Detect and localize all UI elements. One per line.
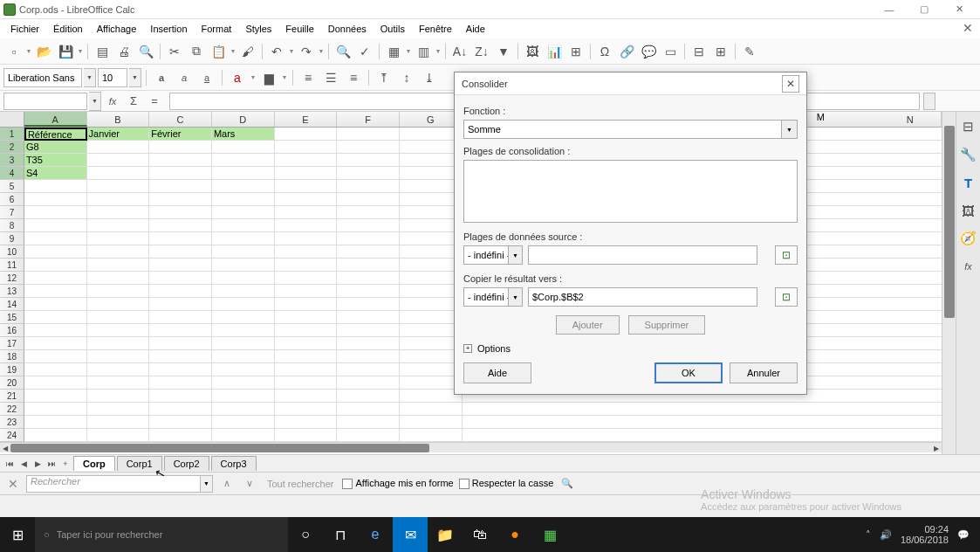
cell-F24[interactable] [337,429,400,442]
cell-E19[interactable] [275,363,338,376]
cell-C15[interactable] [149,311,212,324]
cell-C10[interactable] [149,245,212,259]
cell-C7[interactable] [149,206,212,219]
align-right-icon[interactable]: ≡ [343,67,364,88]
cell-E1[interactable] [275,128,338,141]
consolidation-ranges-list[interactable] [463,160,798,223]
sheet-tab-corp3[interactable]: Corp3 [211,456,257,471]
cell-B20[interactable] [87,376,150,390]
cell-G14[interactable] [400,298,463,311]
close-button[interactable]: ✕ [942,0,977,19]
chk-formatted[interactable]: Affichage mis en forme [342,478,453,489]
delete-button[interactable]: Supprimer [628,315,706,335]
row-header-13[interactable]: 13 [0,285,24,298]
row-header-15[interactable]: 15 [0,311,24,324]
cell-G5[interactable] [400,180,463,193]
cell-A18[interactable] [24,350,87,363]
menu-tools[interactable]: Outils [373,22,412,36]
cell-A5[interactable] [24,180,87,193]
formula-expand-button[interactable] [923,93,935,110]
cell-D3[interactable] [212,154,275,167]
row-header-20[interactable]: 20 [0,376,24,390]
cell-G18[interactable] [400,350,463,363]
cell-B13[interactable] [87,285,150,298]
row-header-16[interactable]: 16 [0,324,24,337]
cell-E5[interactable] [275,180,338,193]
taskbar-search[interactable]: ○ Taper ici pour rechercher [35,517,288,552]
cell-C18[interactable] [149,350,212,363]
cortana-icon[interactable]: ○ [288,517,323,552]
cell-E11[interactable] [275,259,338,272]
image-icon[interactable]: 🖼 [522,41,543,62]
row-header-17[interactable]: 17 [0,337,24,350]
cell-C24[interactable] [149,429,212,442]
row-header-21[interactable]: 21 [0,390,24,403]
cell-B9[interactable] [87,232,150,245]
cell-B6[interactable] [87,193,150,206]
cell-F1[interactable] [337,128,400,141]
cell-C21[interactable] [149,390,212,403]
spellcheck-icon[interactable]: ✓ [354,41,375,62]
cell-G7[interactable] [400,206,463,219]
cell-A24[interactable] [24,429,87,442]
cell-B21[interactable] [87,390,150,403]
align-left-icon[interactable]: ≡ [298,67,319,88]
cell-F14[interactable] [337,298,400,311]
cell-F2[interactable] [337,141,400,154]
cell-G3[interactable] [400,154,463,167]
cell-A6[interactable] [24,193,87,206]
row-header-9[interactable]: 9 [0,232,24,245]
new-icon[interactable]: ▫ [3,41,24,62]
shrink-dest-button[interactable]: ⊡ [775,287,798,307]
cell-A10[interactable] [24,245,87,259]
cell-B8[interactable] [87,219,150,232]
cell-D2[interactable] [212,141,275,154]
cut-icon[interactable]: ✂ [164,41,185,62]
cell-D6[interactable] [212,193,275,206]
cell-F5[interactable] [337,180,400,193]
col-header-M[interactable]: M [817,112,880,127]
cell-B7[interactable] [87,206,150,219]
valign-top-icon[interactable]: ⤒ [373,67,394,88]
tab-last-icon[interactable]: ⏭ [45,457,58,471]
cell-D20[interactable] [212,376,275,390]
cell-D19[interactable] [212,363,275,376]
cell-D16[interactable] [212,324,275,337]
font-color-icon[interactable]: a [227,67,248,88]
row-header-10[interactable]: 10 [0,245,24,259]
row-icon[interactable]: ▦ [383,41,404,62]
cell-D24[interactable] [212,429,275,442]
cell-G17[interactable] [400,337,463,350]
find-input[interactable]: Rechercher [26,475,201,493]
col-header-N[interactable]: N [879,112,942,127]
find-close-icon[interactable]: ✕ [5,476,21,492]
col-header-E[interactable]: E [275,112,338,127]
cell-B3[interactable] [87,154,150,167]
row-header-1[interactable]: 1 [0,128,24,141]
cell-G19[interactable] [400,363,463,376]
cell-E18[interactable] [275,350,338,363]
save-icon[interactable]: 💾 [55,41,76,62]
cell-E8[interactable] [275,219,338,232]
font-size-dropdown[interactable]: ▼ [129,68,141,87]
cell-G13[interactable] [400,285,463,298]
cell-F4[interactable] [337,167,400,180]
cell-D18[interactable] [212,350,275,363]
menu-window[interactable]: Fenêtre [412,22,459,36]
cell-F20[interactable] [337,376,400,390]
cell-G22[interactable] [400,403,463,416]
split-icon[interactable]: ⊞ [710,41,731,62]
menu-data[interactable]: Données [321,22,373,36]
cell-B14[interactable] [87,298,150,311]
cell-F15[interactable] [337,311,400,324]
cell-B23[interactable] [87,416,150,429]
properties-icon[interactable]: ⊟ [959,117,978,136]
cell-F13[interactable] [337,285,400,298]
cell-A3[interactable]: T35 [24,154,87,167]
cell-C6[interactable] [149,193,212,206]
cell-F21[interactable] [337,390,400,403]
align-center-icon[interactable]: ☰ [320,67,341,88]
function-wizard-icon[interactable]: fx [103,93,122,110]
scroll-right-icon[interactable]: ▶ [931,443,942,453]
equals-icon[interactable]: = [145,93,164,110]
